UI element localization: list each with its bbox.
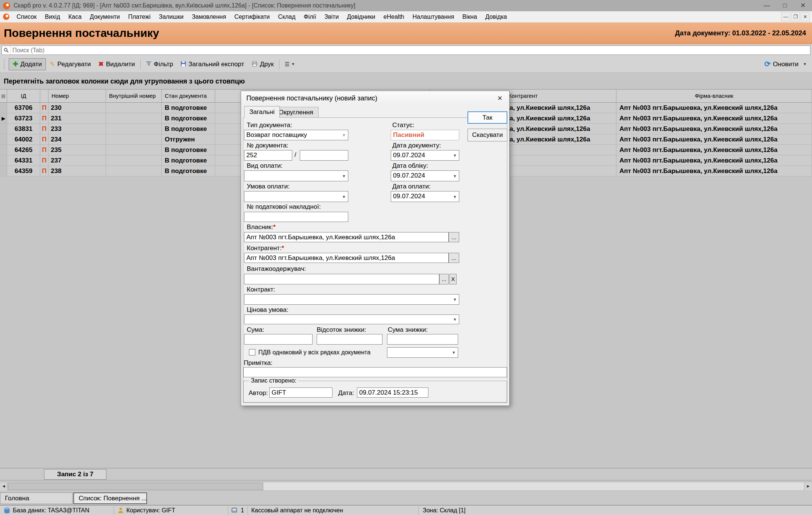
reg-date-select[interactable]: 09.07.2024 ▼ (391, 170, 459, 181)
menu-items: Список Вихід Каса Документи Платежі Зали… (12, 11, 511, 22)
mdi-close-icon[interactable]: ✕ (801, 12, 810, 21)
pay-type-select[interactable]: ▼ (244, 170, 348, 181)
minimize-icon[interactable]: — (758, 0, 776, 11)
note-input[interactable] (243, 367, 507, 377)
price-term-select[interactable]: ▼ (244, 314, 459, 324)
database-icon (3, 507, 11, 514)
menu-item-zamovlennia[interactable]: Замовлення (188, 11, 230, 22)
tab-list-returns[interactable]: Список: Повернення ... (73, 492, 147, 504)
maximize-icon[interactable]: □ (776, 0, 794, 11)
cell-inner-number (106, 103, 162, 113)
menu-item-spisok[interactable]: Список (12, 11, 41, 22)
column-header-firm-owner[interactable]: Фірма-власник (616, 90, 812, 102)
menu-item-vikna[interactable]: Вікна (458, 11, 481, 22)
author-input[interactable] (269, 387, 332, 398)
tax-invoice-input[interactable] (244, 212, 348, 222)
sum-input[interactable] (244, 334, 313, 345)
bottom-tab-strip: Головна Список: Повернення ... (0, 491, 812, 505)
filter-funnel-icon (146, 61, 152, 67)
doc-date-select[interactable]: 09.07.2024 ▼ (391, 150, 459, 161)
discount-percent-input[interactable] (317, 334, 382, 345)
doc-number-input[interactable] (244, 150, 292, 161)
menu-item-filii[interactable]: Філії (300, 11, 320, 22)
vat-same-checkbox[interactable] (249, 349, 255, 355)
scroll-right-icon[interactable]: ► (804, 482, 812, 491)
vat-rate-select[interactable]: ▼ (387, 347, 458, 358)
scroll-left-icon[interactable]: ◄ (0, 482, 8, 491)
mdi-minimize-icon[interactable]: — (781, 12, 790, 21)
menu-item-sertyfikaty[interactable]: Сертифікати (230, 11, 274, 22)
doc-number2-input[interactable] (300, 150, 348, 161)
add-button-label: Додати (20, 61, 42, 68)
menu-item-kasa[interactable]: Каса (64, 11, 86, 22)
column-header-id[interactable]: ІД (7, 90, 40, 102)
tax-invoice-label: № податкової накладної: (247, 203, 321, 211)
contragent-input[interactable] (244, 253, 449, 263)
edit-button[interactable]: ✎ Редагувати (46, 58, 94, 70)
owner-lookup-button[interactable]: ... (449, 232, 459, 242)
counter-value: 1 (241, 507, 244, 514)
column-header-number[interactable]: Номер (49, 90, 106, 102)
created-date-input[interactable] (357, 387, 428, 398)
cell-id: 63706 (7, 103, 40, 113)
menu-item-nalashtuvannia[interactable]: Налаштування (408, 11, 458, 22)
menu-item-dovidnyky[interactable]: Довідники (343, 11, 379, 22)
close-icon[interactable]: ✕ (794, 0, 812, 11)
pay-term-select[interactable]: ▼ (244, 191, 348, 202)
export-button[interactable]: Загальний експорт (177, 58, 248, 70)
mdi-window-controls: — ❐ ✕ (780, 12, 812, 21)
menu-item-dovidka[interactable]: Довідка (481, 11, 511, 22)
horizontal-scrollbar[interactable]: ◄ ► (0, 482, 812, 490)
sum-label: Сума: (247, 326, 264, 334)
search-input[interactable] (12, 46, 801, 55)
menu-item-zalyshky[interactable]: Залишки (155, 11, 188, 22)
menu-item-ehealth[interactable]: eHealth (379, 11, 408, 22)
refresh-button[interactable]: ⟳ Оновити (760, 58, 802, 70)
dialog-tab-general[interactable]: Загальні (244, 106, 280, 118)
menu-item-platezhi[interactable]: Платежі (124, 11, 155, 22)
statusbar-separator (114, 506, 114, 515)
discount-sum-input[interactable] (387, 334, 458, 345)
menu-item-dokumenty[interactable]: Документи (86, 11, 124, 22)
view-menu-button[interactable]: ☰ ▾ (281, 58, 298, 70)
tab-home[interactable]: Головна (0, 492, 73, 504)
column-header-state[interactable]: Стан документа (162, 90, 215, 102)
price-term-label: Цінова умова: (247, 306, 288, 314)
dialog-close-icon[interactable]: ✕ (494, 94, 505, 103)
database-status: База даних: TASA3@TITAN (13, 507, 90, 514)
cell-id: 64359 (7, 166, 40, 176)
chevron-down-icon: ▼ (453, 153, 457, 158)
consignee-clear-button[interactable]: X (449, 274, 457, 284)
consignee-input[interactable] (244, 274, 439, 284)
contragent-lookup-button[interactable]: ... (449, 253, 459, 263)
ok-button[interactable]: Так (467, 111, 507, 124)
delete-button[interactable]: ✖ Видалити (95, 58, 139, 70)
statusbar-separator (228, 506, 228, 515)
menu-item-zvity[interactable]: Звіти (320, 11, 343, 22)
menu-item-sklad[interactable]: Склад (274, 11, 299, 22)
column-header-inner-number[interactable]: Внутрішній номер (106, 90, 162, 102)
row-indicator-cell (0, 155, 7, 166)
mdi-restore-icon[interactable]: ❐ (791, 12, 800, 21)
consignee-lookup-button[interactable]: ... (439, 274, 449, 284)
scrollbar-thumb[interactable] (8, 483, 263, 490)
cell-firm-owner: Апт №003 пгт.Барышевка, ул.Киевский шлях… (616, 124, 812, 134)
cell-number: 235 (49, 145, 106, 155)
toolbar: ✚ Додати ✎ Редагувати ✖ Видалити Фільтр … (0, 56, 812, 73)
pay-date-select[interactable]: 09.07.2024 ▼ (391, 191, 459, 202)
required-mark: * (282, 245, 284, 252)
contract-select[interactable]: ▼ (244, 294, 459, 305)
column-header-marker[interactable] (40, 90, 49, 102)
dialog-tab-rounding[interactable]: Округлення (273, 107, 319, 118)
print-button[interactable]: Друк (248, 58, 278, 70)
filter-button[interactable]: Фільтр (142, 58, 177, 70)
add-button[interactable]: ✚ Додати (9, 58, 46, 70)
doc-type-select[interactable]: Возврат поставщику ▼ (244, 130, 348, 140)
refresh-dropdown-icon[interactable]: ▾ (804, 61, 806, 67)
owner-input[interactable] (244, 232, 449, 242)
search-field-frame (2, 46, 810, 55)
cancel-button[interactable]: Скасувати (467, 129, 507, 141)
printer-icon (252, 61, 258, 68)
chevron-down-icon: ▼ (453, 174, 457, 178)
menu-item-vyhid[interactable]: Вихід (41, 11, 64, 22)
